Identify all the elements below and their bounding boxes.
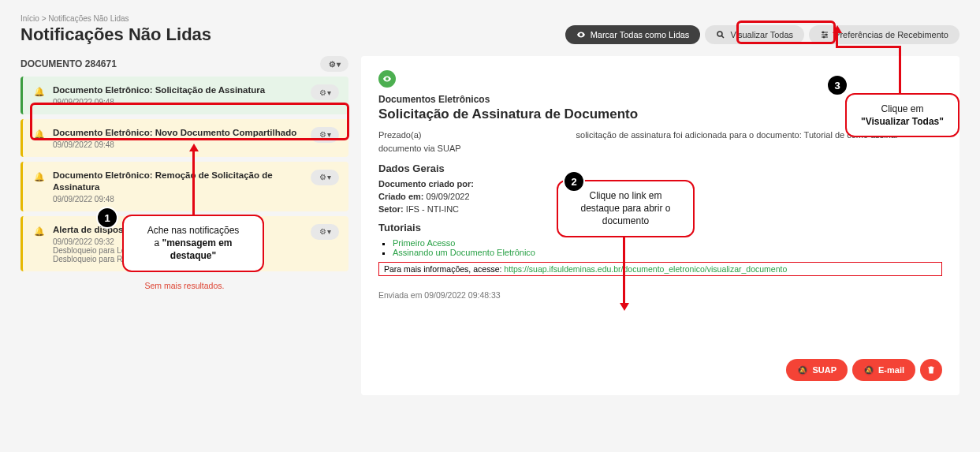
field-label: Documento criado por: xyxy=(378,179,474,189)
detail-paragraph: Prezado(a) xyxy=(378,130,421,140)
notification-meta: 09/09/2022 09:48 xyxy=(53,195,303,204)
chevron-down-icon: ▾ xyxy=(327,130,331,139)
delete-button[interactable] xyxy=(920,359,942,381)
detail-paragraph: documento via SUAP xyxy=(378,144,461,153)
annotation-text: destaque para abrir o xyxy=(571,202,680,215)
notification-item[interactable]: 🔔 Documento Eletrônico: Solicitação de A… xyxy=(20,77,348,114)
mark-all-read-button[interactable]: Marcar Todas como Lidas xyxy=(565,25,701,44)
sliders-icon xyxy=(820,30,829,39)
field-label: Criado em: xyxy=(378,192,423,201)
svg-point-5 xyxy=(822,32,824,33)
annotation-number-badge: 1 xyxy=(96,207,118,229)
more-info-box: Para mais informações, acesse: https://s… xyxy=(378,262,942,276)
notification-gear-button[interactable]: ⚙▾ xyxy=(311,224,339,240)
bell-slash-icon: 🔕 xyxy=(863,365,874,375)
trash-icon xyxy=(926,365,936,375)
no-more-results: Sem mais resultados. xyxy=(20,276,348,295)
svg-point-0 xyxy=(717,32,722,36)
annotation-arrow xyxy=(192,150,195,215)
chevron-down-icon: ▾ xyxy=(327,227,331,236)
notification-gear-button[interactable]: ⚙▾ xyxy=(311,170,339,185)
group-title: DOCUMENTO 284671 xyxy=(20,58,117,69)
more-info-prefix: Para mais informações, acesse: xyxy=(384,264,504,274)
notification-item[interactable]: 🔔 Documento Eletrônico: Remoção de Solic… xyxy=(20,162,348,211)
field-value: 09/09/2022 xyxy=(427,192,470,201)
breadcrumb[interactable]: Início > Notificações Não Lidas xyxy=(20,14,960,23)
bell-icon: 🔔 xyxy=(34,172,45,182)
notification-gear-button[interactable]: ⚙▾ xyxy=(311,127,339,143)
annotation-arrow xyxy=(623,230,625,304)
notification-title: Documento Eletrônico: Remoção de Solicit… xyxy=(53,170,303,193)
gear-icon: ⚙ xyxy=(319,173,326,181)
document-link[interactable]: https://suap.ifsuldeminas.edu.br/documen… xyxy=(504,264,787,274)
gear-icon: ⚙ xyxy=(319,88,326,97)
email-tag-button[interactable]: 🔕 E-mail xyxy=(852,359,915,381)
annotation-text: Clique em xyxy=(859,103,945,115)
annotation-callout: Ache nas notificações a "mensagem em des… xyxy=(122,215,264,272)
receipt-prefs-label: Preferências de Recebimento xyxy=(834,30,948,39)
notification-gear-button[interactable]: ⚙▾ xyxy=(311,84,339,100)
bell-slash-icon: 🔕 xyxy=(797,365,808,375)
annotation-arrow xyxy=(836,32,838,47)
notification-title: Documento Eletrônico: Novo Documento Com… xyxy=(53,127,303,139)
gear-icon: ⚙ xyxy=(329,60,336,69)
annotation-text: documento xyxy=(571,215,680,227)
annotation-number-badge: 3 xyxy=(826,74,848,96)
eye-icon xyxy=(378,70,396,88)
bell-icon: 🔔 xyxy=(34,226,45,237)
page-title: Notificações Não Lidas xyxy=(20,24,211,45)
chevron-down-icon: ▾ xyxy=(327,88,331,97)
notification-meta: 09/09/2022 09:48 xyxy=(53,98,303,106)
notification-meta: 09/09/2022 09:48 xyxy=(53,140,303,149)
section-heading: Dados Gerais xyxy=(378,162,942,174)
chevron-down-icon: ▾ xyxy=(337,60,341,69)
suap-tag-button[interactable]: 🔕 SUAP xyxy=(786,359,848,381)
view-all-label: Visualizar Todas xyxy=(730,30,793,39)
annotation-text: Ache nas notificações xyxy=(136,224,250,237)
annotation-arrow-head xyxy=(189,144,199,151)
field-value: IFS - NTI-INC xyxy=(406,204,459,214)
email-tag-label: E-mail xyxy=(878,365,904,375)
tutorial-link[interactable]: Assinando um Documento Eletrônico xyxy=(393,248,535,257)
gear-icon: ⚙ xyxy=(319,227,326,236)
annotation-text: "mensagem em xyxy=(162,237,232,248)
bell-icon: 🔔 xyxy=(34,87,45,97)
notification-item[interactable]: 🔔 Documento Eletrônico: Novo Documento C… xyxy=(20,119,348,157)
suap-tag-label: SUAP xyxy=(812,365,837,375)
svg-line-1 xyxy=(722,35,725,38)
view-all-button[interactable]: Visualizar Todas xyxy=(705,25,804,44)
annotation-text: destaque" xyxy=(136,249,250,262)
annotation-text: Clique no link em xyxy=(571,189,680,202)
search-icon xyxy=(716,30,725,39)
chevron-down-icon: ▾ xyxy=(327,173,331,181)
tutorial-link[interactable]: Primeiro Acesso xyxy=(393,238,455,248)
group-gear-button[interactable]: ⚙▾ xyxy=(320,56,348,72)
eye-icon xyxy=(576,30,586,39)
annotation-arrow-head xyxy=(620,303,629,311)
svg-point-6 xyxy=(825,34,827,35)
annotation-number-badge: 2 xyxy=(563,170,585,192)
annotation-arrow-head xyxy=(833,25,842,33)
annotation-arrow xyxy=(836,46,901,48)
annotation-text: "Visualizar Todas" xyxy=(859,115,945,128)
gear-icon: ⚙ xyxy=(319,130,326,139)
sent-timestamp: Enviada em 09/09/2022 09:48:33 xyxy=(378,290,942,300)
mark-all-read-label: Marcar Todas como Lidas xyxy=(591,30,690,39)
annotation-callout: Clique em "Visualizar Todas" xyxy=(845,93,960,137)
notification-title: Documento Eletrônico: Solicitação de Ass… xyxy=(53,84,303,96)
annotation-arrow xyxy=(899,46,901,93)
bell-icon: 🔔 xyxy=(34,129,45,140)
annotation-text: a xyxy=(154,237,162,248)
field-label: Setor: xyxy=(378,204,404,214)
svg-point-7 xyxy=(823,36,825,38)
